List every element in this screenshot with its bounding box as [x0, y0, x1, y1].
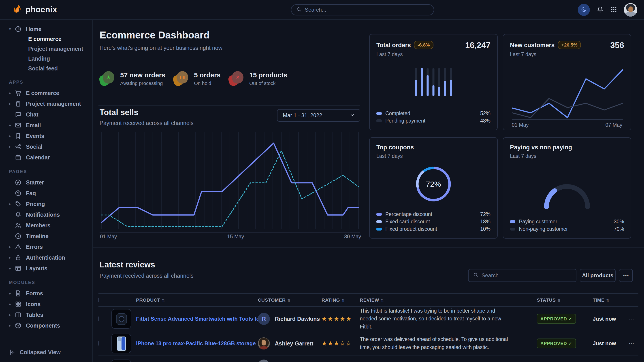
- new-orders-star-icon: ★: [100, 71, 114, 86]
- sidebar-item-project-management[interactable]: ▸Project management: [0, 98, 92, 109]
- legend-value: 48%: [480, 118, 490, 124]
- stat-value: 57 new orders: [120, 71, 165, 79]
- sidebar-item-layouts[interactable]: ▸Layouts: [0, 263, 92, 274]
- sidebar-item-e-commerce[interactable]: ▸E commerce: [0, 88, 92, 98]
- sidebar-item-errors[interactable]: ▸Errors: [0, 242, 92, 252]
- caret-right-icon: ▸: [9, 244, 15, 249]
- caret-right-icon: ▸: [9, 90, 15, 95]
- column-header-product[interactable]: PRODUCT⇅: [136, 297, 258, 303]
- grid-icon: [610, 6, 617, 14]
- sidebar-item-icons[interactable]: ▸Icons: [0, 299, 92, 310]
- sidebar-item-events[interactable]: ▸Events: [0, 131, 92, 141]
- card-period: Last 7 days: [510, 153, 624, 159]
- sidebar-item-project-management[interactable]: Project management: [0, 44, 92, 54]
- row-menu-button[interactable]: ⋯: [628, 340, 634, 347]
- rating-stars: ★★★☆☆: [322, 340, 360, 347]
- sidebar-item-notifications[interactable]: Notifications: [0, 209, 92, 220]
- reviews-search[interactable]: [468, 269, 576, 282]
- sidebar-item-label: Starter: [26, 179, 44, 186]
- status-badge: APPROVED ✓: [537, 314, 576, 324]
- sidebar-item-label: Project management: [26, 101, 81, 107]
- legend-row: Percentage discount72%: [376, 211, 490, 218]
- product-link[interactable]: Fitbit Sense Advanced Smartwatch with To…: [136, 316, 258, 322]
- sidebar-item-authentication[interactable]: ▸Authentication: [0, 252, 92, 263]
- table-row-partial: [98, 356, 638, 362]
- sidebar-item-members[interactable]: Members: [0, 220, 92, 231]
- search-icon: [296, 7, 302, 13]
- customer-avatar[interactable]: R: [258, 313, 270, 325]
- reviews-table: PRODUCT⇅ CUSTOMER⇅ RATING⇅ REVIEW⇅ STATU…: [98, 293, 638, 362]
- sidebar-item-e-commerce[interactable]: E commerce: [0, 34, 92, 44]
- legend-value: 52%: [480, 110, 490, 116]
- notifications-button[interactable]: [596, 6, 604, 14]
- row-checkbox[interactable]: [98, 316, 99, 321]
- column-header-customer[interactable]: CUSTOMER⇅: [258, 297, 322, 303]
- row-checkbox[interactable]: [98, 341, 99, 346]
- all-products-filter-button[interactable]: All products: [580, 269, 616, 282]
- row-menu-button[interactable]: ⋯: [628, 316, 634, 323]
- reviews-more-button[interactable]: ⋯: [619, 269, 633, 282]
- product-thumbnail[interactable]: [112, 360, 131, 362]
- sidebar-item-label: Pricing: [26, 201, 45, 207]
- sidebar: ▾HomeE commerceProject managementLanding…: [0, 20, 93, 362]
- sidebar-item-timeline[interactable]: Timeline: [0, 231, 92, 242]
- bar: [438, 68, 440, 96]
- caret-right-icon: ▸: [9, 123, 15, 128]
- sidebar-item-social[interactable]: ▸Social: [0, 141, 92, 152]
- sidebar-section-label: MODULES: [9, 280, 92, 285]
- legend-swatch: [510, 228, 515, 231]
- customer-avatar[interactable]: [258, 338, 270, 350]
- brand[interactable]: phoenix: [12, 4, 57, 15]
- sidebar-item-calendar[interactable]: Calendar: [0, 152, 92, 163]
- user-avatar[interactable]: [624, 3, 637, 16]
- compass-icon: [15, 179, 22, 186]
- column-header-time[interactable]: TIME⇅: [593, 297, 628, 303]
- column-header-rating[interactable]: RATING⇅: [322, 297, 360, 303]
- caret-right-icon: ▸: [9, 201, 15, 206]
- sidebar-item-landing[interactable]: Landing: [0, 54, 92, 63]
- date-range-select[interactable]: Mar 1 - 31, 2022: [277, 109, 360, 122]
- column-header-review[interactable]: REVIEW⇅: [360, 297, 537, 303]
- sidebar-item-forms[interactable]: ▸Forms: [0, 288, 92, 299]
- legend-value: 72%: [480, 211, 490, 217]
- sidebar-item-label: Members: [26, 222, 50, 229]
- total-orders-value: 16,247: [465, 41, 490, 50]
- sidebar-item-label: Icons: [26, 301, 40, 308]
- select-all-checkbox[interactable]: [98, 298, 99, 302]
- coupons-donut-chart: 72%: [414, 165, 452, 203]
- collapsed-view-toggle[interactable]: Collapsed View: [0, 342, 92, 362]
- stat-caption: Awating processing: [120, 80, 165, 86]
- box-icon: [15, 322, 22, 329]
- chevron-down-icon: [350, 112, 354, 118]
- sidebar-item-components[interactable]: ▸Components: [0, 320, 92, 331]
- column-header-status[interactable]: STATUS⇅: [537, 297, 593, 303]
- apps-menu-button[interactable]: [610, 6, 617, 14]
- global-search[interactable]: [291, 4, 434, 15]
- product-thumbnail-iphone[interactable]: [112, 334, 131, 353]
- collapse-icon: [9, 349, 16, 356]
- sidebar-item-chat[interactable]: Chat: [0, 109, 92, 120]
- legend-row: Paying customer30%: [510, 218, 624, 225]
- product-thumbnail-smartwatch[interactable]: [112, 309, 131, 329]
- search-input[interactable]: [305, 7, 429, 13]
- stat-caption: On hold: [194, 80, 220, 86]
- top-coupons-card: Top coupons Last 7 days 72% Percentage d…: [369, 137, 498, 239]
- product-link[interactable]: iPhone 13 pro max-Pacific Blue-128GB sto…: [136, 340, 258, 347]
- legend-label: Pending payment: [385, 118, 426, 124]
- sidebar-item-starter[interactable]: Starter: [0, 177, 92, 188]
- sidebar-item-label: Events: [26, 133, 44, 139]
- bar: [415, 68, 417, 96]
- sidebar-group-home[interactable]: ▾Home: [0, 24, 92, 34]
- sidebar-item-email[interactable]: ▸Email: [0, 120, 92, 131]
- sidebar-item-faq[interactable]: Faq: [0, 188, 92, 199]
- bell-icon: [15, 211, 22, 218]
- caret-right-icon: ▸: [9, 133, 15, 138]
- sidebar-item-pricing[interactable]: ▸Pricing: [0, 199, 92, 209]
- total-sells-title: Total sells: [100, 108, 138, 117]
- reviews-search-input[interactable]: [482, 272, 572, 279]
- sidebar-item-social-feed[interactable]: Social feed: [0, 63, 92, 73]
- sidebar-item-tables[interactable]: ▸Tables: [0, 310, 92, 320]
- theme-toggle-button[interactable]: [578, 4, 590, 16]
- stat-value: 15 products: [249, 71, 287, 79]
- rating-stars: ★★★★★: [322, 315, 360, 323]
